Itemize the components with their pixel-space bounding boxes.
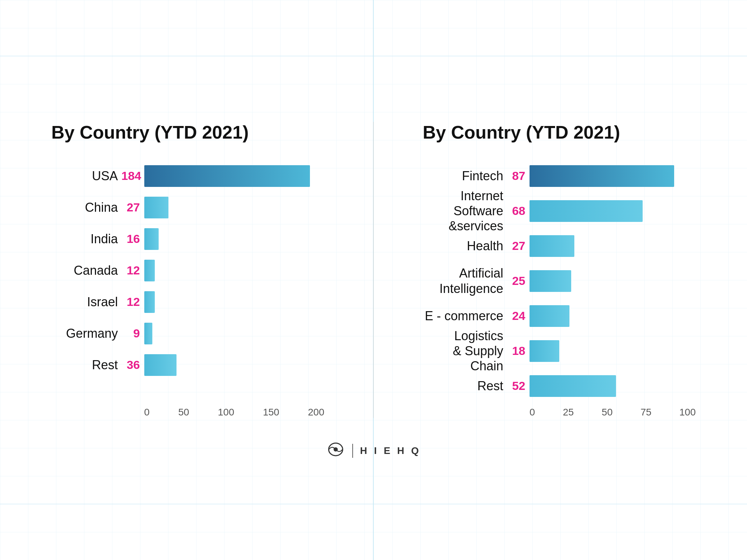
bar-container-logistics: [530, 340, 696, 362]
bar-row-internet: Internet Software&services 68: [423, 192, 696, 230]
label-health: Health: [423, 238, 507, 253]
x-tick-0: 0: [144, 407, 150, 418]
label-canada: Canada: [51, 263, 122, 278]
chart-left-title: By Country (YTD 2021): [51, 122, 325, 143]
bar-fill-india: [144, 228, 159, 250]
bar-row-rest-left: Rest 36: [51, 349, 325, 381]
bar-row-germany: Germany 9: [51, 318, 325, 349]
bar-fill-israel: [144, 291, 155, 313]
bar-row-logistics: Logistics& Supply Chain 18: [423, 332, 696, 370]
bar-row-usa: USA 184: [51, 160, 325, 192]
bar-row-israel: Israel 12: [51, 286, 325, 318]
value-india: 16: [122, 232, 144, 246]
value-israel: 12: [122, 295, 144, 309]
bar-container-health: [530, 235, 696, 257]
label-israel: Israel: [51, 294, 122, 309]
label-internet: Internet Software&services: [423, 188, 507, 234]
footer-logo: [326, 442, 345, 460]
bar-row-ecommerce: E - commerce 24: [423, 300, 696, 332]
bar-fill-canada: [144, 260, 155, 281]
bar-fill-ai: [530, 270, 571, 292]
bar-row-ai: ArtificialIntelligence 25: [423, 262, 696, 300]
value-rest-right: 52: [507, 379, 530, 393]
value-logistics: 18: [507, 344, 530, 358]
x-tick-r-50: 50: [602, 407, 613, 418]
x-axis-left: 0 50 100 150 200: [51, 405, 325, 418]
bar-container-israel: [144, 291, 325, 313]
label-germany: Germany: [51, 326, 122, 341]
bar-row-china: China 27: [51, 192, 325, 223]
bar-container-rest-right: [530, 375, 696, 397]
x-tick-r-75: 75: [641, 407, 651, 418]
x-axis-right: 0 25 50 75 100: [423, 405, 696, 418]
bar-fill-logistics: [530, 340, 559, 362]
value-fintech: 87: [507, 169, 530, 183]
label-logistics: Logistics& Supply Chain: [423, 328, 507, 374]
bar-fill-china: [144, 197, 168, 218]
value-rest-left: 36: [122, 358, 144, 372]
bar-fill-rest-right: [530, 375, 616, 397]
x-tick-100: 100: [218, 407, 234, 418]
chart-left: By Country (YTD 2021) USA 184 China 27: [51, 122, 325, 418]
bar-chart-left: USA 184 China 27 India 16: [51, 160, 325, 402]
label-china: China: [51, 200, 122, 215]
bar-fill-usa: [144, 165, 310, 187]
bar-fill-ecommerce: [530, 305, 569, 327]
label-ecommerce: E - commerce: [423, 308, 507, 323]
value-china: 27: [122, 201, 144, 214]
footer: H I E H Q: [326, 442, 421, 460]
value-canada: 12: [122, 264, 144, 277]
bar-container-ecommerce: [530, 305, 696, 327]
chart-right: By Country (YTD 2021) Fintech 87 Interne…: [423, 122, 696, 418]
x-ticks-left: 0 50 100 150 200: [144, 405, 325, 418]
bar-chart-right: Fintech 87 Internet Software&services 68…: [423, 160, 696, 402]
bar-container-internet: [530, 200, 696, 222]
value-ecommerce: 24: [507, 309, 530, 323]
bar-fill-fintech: [530, 165, 674, 187]
bar-row-fintech: Fintech 87: [423, 160, 696, 192]
value-germany: 9: [122, 327, 144, 340]
bar-container-ai: [530, 270, 696, 292]
x-tick-r-25: 25: [563, 407, 574, 418]
x-tick-150: 150: [263, 407, 279, 418]
bar-row-canada: Canada 12: [51, 255, 325, 286]
bar-row-rest-right: Rest 52: [423, 370, 696, 402]
footer-text: H I E H Q: [360, 445, 421, 456]
bar-fill-internet: [530, 200, 643, 222]
x-tick-200: 200: [308, 407, 324, 418]
bar-row-health: Health 27: [423, 230, 696, 262]
x-ticks-right: 0 25 50 75 100: [530, 405, 696, 418]
bar-fill-health: [530, 235, 574, 257]
value-usa: 184: [122, 169, 144, 183]
bar-container-china: [144, 197, 325, 218]
value-internet: 68: [507, 204, 530, 218]
charts-wrapper: By Country (YTD 2021) USA 184 China 27: [23, 101, 724, 432]
bar-container-india: [144, 228, 325, 250]
bar-container-canada: [144, 260, 325, 281]
bar-container-fintech: [530, 165, 696, 187]
label-rest-right: Rest: [423, 378, 507, 393]
label-india: India: [51, 231, 122, 246]
x-tick-r-100: 100: [679, 407, 696, 418]
chart-divider: [373, 122, 374, 418]
value-health: 27: [507, 239, 530, 253]
footer-divider: [352, 444, 353, 458]
label-usa: USA: [51, 168, 122, 183]
value-ai: 25: [507, 274, 530, 288]
x-tick-50: 50: [178, 407, 189, 418]
bar-container-germany: [144, 323, 325, 344]
bar-fill-rest-left: [144, 354, 177, 376]
chart-right-title: By Country (YTD 2021): [423, 122, 696, 143]
label-fintech: Fintech: [423, 168, 507, 183]
bar-fill-germany: [144, 323, 152, 344]
x-tick-r-0: 0: [530, 407, 535, 418]
label-rest-left: Rest: [51, 357, 122, 372]
label-ai: ArtificialIntelligence: [423, 266, 507, 296]
bar-container-rest-left: [144, 354, 325, 376]
bar-container-usa: [144, 165, 325, 187]
bar-row-india: India 16: [51, 223, 325, 255]
